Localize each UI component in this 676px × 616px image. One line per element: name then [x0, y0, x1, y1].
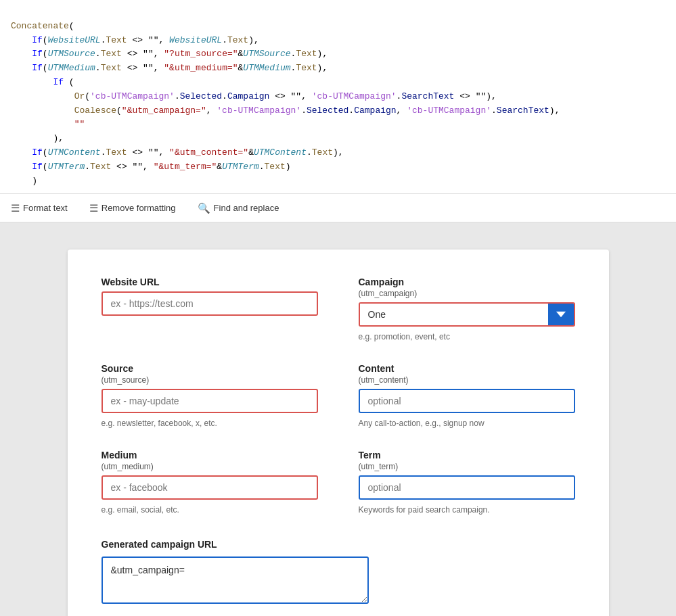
main-content: Website URL Campaign (utm_campaign) — [0, 222, 676, 616]
remove-formatting-label: Remove formatting — [102, 203, 176, 213]
medium-group: Medium (utm_medium) e.g. email, social, … — [102, 450, 318, 515]
format-text-label: Format text — [23, 203, 68, 213]
content-hint: Any call-to-action, e.g., signup now — [359, 419, 575, 428]
toolbar: ☰ Format text ☰ Remove formatting 🔍 Find… — [0, 194, 676, 222]
term-sublabel: (utm_term) — [359, 462, 399, 471]
search-icon: 🔍 — [198, 202, 210, 214]
medium-label-row: Medium (utm_medium) — [102, 450, 318, 471]
term-label: Term — [359, 450, 381, 460]
format-text-icon: ☰ — [11, 202, 20, 214]
campaign-dropdown-button[interactable] — [548, 304, 574, 325]
campaign-sublabel: (utm_campaign) — [359, 289, 418, 298]
format-text-button[interactable]: ☰ Format text — [5, 199, 73, 217]
website-url-group: Website URL — [102, 277, 318, 341]
term-label-row: Term (utm_term) — [359, 450, 575, 471]
content-label-row: Content (utm_content) — [359, 363, 575, 385]
remove-formatting-button[interactable]: ☰ Remove formatting — [84, 199, 181, 217]
source-group: Source (utm_source) e.g. newsletter, fac… — [102, 363, 318, 428]
campaign-label-row: Campaign (utm_campaign) — [359, 277, 575, 298]
generated-url-textarea[interactable]: &utm_campaign= — [102, 556, 369, 604]
generated-section: Generated campaign URL &utm_campaign= — [102, 539, 575, 606]
website-url-label: Website URL — [102, 277, 318, 287]
medium-input[interactable] — [102, 475, 318, 500]
generated-label: Generated campaign URL — [102, 539, 575, 550]
content-sublabel: (utm_content) — [359, 375, 409, 385]
source-label: Source — [102, 363, 133, 374]
term-hint: Keywords for paid search campaign. — [359, 505, 575, 515]
medium-sublabel: (utm_medium) — [102, 462, 154, 471]
code-editor[interactable]: Concatenate( If(WebsiteURL.Text <> "", W… — [0, 0, 676, 194]
campaign-group: Campaign (utm_campaign) e.g. promotion, … — [359, 277, 575, 341]
find-replace-label: Find and replace — [214, 203, 279, 213]
remove-formatting-icon: ☰ — [89, 202, 98, 214]
term-input[interactable] — [359, 475, 575, 500]
campaign-select-input[interactable] — [360, 304, 548, 325]
campaign-select-wrapper — [359, 302, 575, 327]
find-replace-button[interactable]: 🔍 Find and replace — [192, 199, 285, 217]
medium-label: Medium — [102, 450, 137, 460]
source-hint: e.g. newsletter, facebook, x, etc. — [102, 419, 318, 428]
source-label-row: Source (utm_source) — [102, 363, 318, 385]
term-group: Term (utm_term) Keywords for paid search… — [359, 450, 575, 515]
content-label: Content — [359, 363, 395, 374]
campaign-label: Campaign — [359, 277, 405, 287]
content-input[interactable] — [359, 389, 575, 413]
form-card: Website URL Campaign (utm_campaign) — [68, 250, 609, 616]
medium-hint: e.g. email, social, etc. — [102, 505, 318, 515]
form-grid: Website URL Campaign (utm_campaign) — [102, 277, 575, 515]
source-sublabel: (utm_source) — [102, 375, 150, 385]
campaign-hint: e.g. promotion, event, etc — [359, 332, 575, 341]
website-url-input[interactable] — [102, 291, 318, 316]
source-input[interactable] — [102, 389, 318, 413]
content-group: Content (utm_content) Any call-to-action… — [359, 363, 575, 428]
chevron-down-icon — [556, 310, 566, 319]
